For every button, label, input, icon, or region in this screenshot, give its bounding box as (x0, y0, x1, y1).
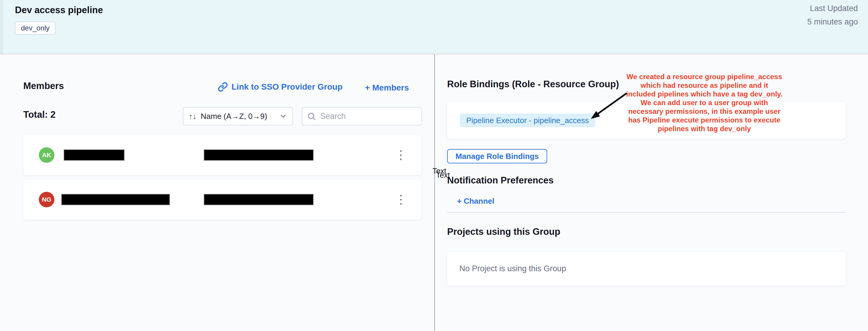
group-tag-chip: dev_only (15, 22, 56, 35)
annotation-line: included pipelines which have a tag dev_… (624, 90, 785, 98)
sort-arrows-icon: ↑↓ (189, 112, 196, 121)
link-sso-label: Link to SSO Provider Group (231, 82, 343, 92)
annotation-line: We can add user to a user group with (624, 98, 785, 107)
last-updated-label: Last Updated (807, 2, 858, 15)
section-divider (447, 212, 846, 213)
page-title: Dev access pipeline (15, 5, 103, 16)
last-updated: Last Updated 5 minutes ago (807, 2, 858, 29)
avatar: AK (39, 147, 54, 163)
projects-empty-message: No Project is using this Group (459, 264, 566, 273)
annotation-line: has Pipeline execute permissions to exec… (624, 116, 785, 124)
members-heading: Members (23, 81, 64, 91)
projects-heading: Projects using this Group (447, 227, 560, 237)
member-row: AK ⋮ (23, 135, 422, 175)
redacted-member-email (204, 194, 314, 205)
sort-selected-option: Name (A→Z, 0→9) (201, 112, 267, 121)
annotation-note: We created a resource group pipeline_acc… (624, 72, 785, 133)
annotation-line: pipelines with tag dev_only (624, 124, 785, 133)
redacted-member-email (204, 149, 314, 161)
member-row: NG ⋮ (23, 180, 422, 219)
link-icon (218, 82, 228, 92)
redacted-member-name (61, 194, 170, 205)
avatar: NG (39, 192, 54, 207)
link-sso-provider-button[interactable]: Link to SSO Provider Group (218, 82, 343, 92)
annotation-arrow (581, 87, 633, 124)
search-input[interactable] (320, 112, 426, 121)
search-field (302, 107, 422, 125)
last-updated-value: 5 minutes ago (807, 15, 858, 29)
kebab-menu-icon[interactable]: ⋮ (395, 145, 407, 165)
chevron-down-icon (279, 112, 287, 120)
members-total: Total: 2 (23, 109, 56, 120)
kebab-menu-icon[interactable]: ⋮ (395, 189, 407, 209)
notification-preferences-heading: Notification Preferences (447, 175, 554, 186)
annotation-line: which had resource as pipeline and it (624, 81, 785, 90)
projects-empty-card: No Project is using this Group (447, 252, 846, 285)
search-icon (307, 112, 316, 121)
page-header: Dev access pipeline dev_only Last Update… (0, 0, 868, 54)
manage-role-bindings-button[interactable]: Manage Role Bindings (447, 149, 547, 163)
annotation-line: We created a resource group pipeline_acc… (624, 72, 785, 81)
add-members-button[interactable]: + Members (365, 83, 409, 93)
annotation-line: necessary permissions, in this example u… (624, 107, 785, 116)
sort-dropdown[interactable]: ↑↓ Name (A→Z, 0→9) (183, 107, 293, 125)
role-binding-chip: Pipeline Executor - pipeline_access (460, 114, 595, 127)
user-group-detail-page: Dev access pipeline dev_only Last Update… (0, 0, 868, 331)
header-left-strip (0, 0, 3, 54)
add-channel-button[interactable]: + Channel (457, 197, 494, 206)
panel-divider (434, 54, 435, 331)
redacted-member-name (64, 149, 125, 161)
